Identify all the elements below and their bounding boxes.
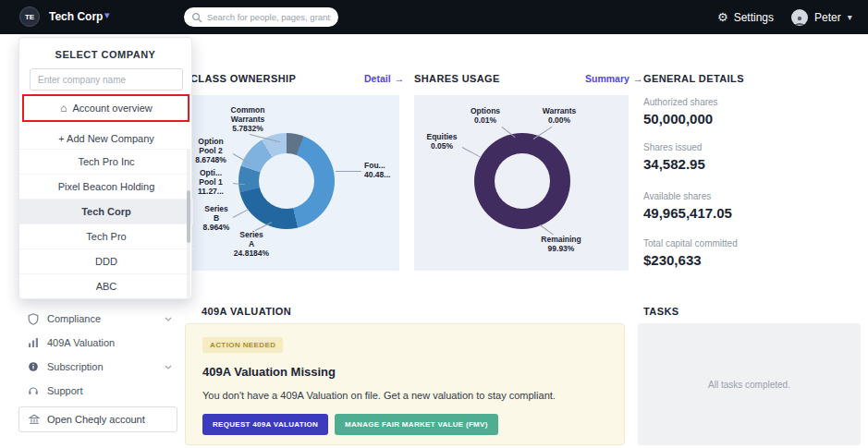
shares-issued-field: Shares issued 34,582.95 [643, 142, 861, 172]
chevron-down-icon [165, 365, 172, 369]
chart-label-option-pool-1: Opti... Pool 1 11.27... [187, 168, 235, 196]
shares-usage-title: SHARES USAGE [414, 73, 500, 84]
shares-usage-summary-link[interactable]: Summary→ [585, 73, 643, 84]
sidebar-item-label: Compliance [47, 313, 156, 324]
company-option[interactable]: ABC [19, 273, 193, 298]
shares-usage-chart: Options 0.01% Warrants 0.00% Equities 0.… [414, 95, 629, 271]
gear-icon: ⚙ [717, 10, 728, 24]
company-option[interactable]: Tech Pro Inc [19, 149, 193, 174]
tasks-section-title: TASKS [643, 306, 679, 317]
topbar: TE Tech Corp ▾ ⚙ Settings Peter ▾ [0, 0, 868, 34]
field-value: 34,582.95 [643, 156, 861, 172]
request-409a-valuation-button[interactable]: REQUEST 409A VALUATION [202, 414, 328, 435]
available-shares-field: Available shares 49,965,417.05 [643, 191, 861, 221]
chart-label-option-pool-2: Option Pool 2 8.6748% [187, 137, 235, 164]
search-bar[interactable] [184, 7, 338, 27]
open-cheqly-account-button[interactable]: Open Cheqly account [18, 406, 177, 432]
detail-link-label: Detail [364, 73, 391, 84]
company-option[interactable]: Tech Pro [19, 224, 193, 248]
account-overview-label: Account overview [73, 103, 153, 114]
class-ownership-detail-link[interactable]: Detail→ [364, 73, 405, 84]
chart-label-series-a: Series A 24.8184% [226, 230, 277, 258]
user-avatar-icon [791, 9, 808, 26]
tasks-empty-message: All tasks completed. [708, 380, 790, 390]
company-avatar[interactable]: TE [19, 6, 40, 27]
account-overview-item[interactable]: ⌂ Account overview [24, 96, 189, 120]
chart-label-warrants: Warrants 0.00% [530, 106, 589, 125]
info-circle-icon [28, 361, 39, 372]
add-new-company-item[interactable]: + Add New Company [24, 127, 189, 150]
company-switcher-label[interactable]: Tech Corp [49, 10, 103, 23]
field-label: Authorized shares [643, 97, 861, 107]
company-option[interactable]: Pixel Beacon Holding [19, 174, 193, 199]
company-name-input[interactable] [30, 68, 183, 91]
chevron-down-icon: ▾ [848, 12, 852, 22]
field-value: $230,633 [643, 252, 861, 268]
company-option-selected[interactable]: Tech Corp [19, 199, 193, 224]
bar-chart-icon [28, 337, 39, 348]
chart-label-equities: Equities 0.05% [416, 132, 468, 151]
user-menu[interactable]: Peter ▾ [791, 0, 852, 34]
app-screen: TE Tech Corp ▾ ⚙ Settings Peter ▾ [0, 0, 868, 448]
headset-icon [28, 385, 39, 396]
open-account-label: Open Cheqly account [47, 414, 145, 425]
class-ownership-title: CLASS OWNERSHIP [190, 73, 296, 84]
field-label: Available shares [643, 191, 861, 201]
valuation-section-title: 409A VALUATION [202, 306, 291, 317]
home-icon: ⌂ [60, 102, 67, 115]
chart-label-common-warrants: Common Warrants 5.7832% [218, 105, 277, 133]
shield-icon [28, 313, 39, 325]
chart-label-options: Options 0.01% [458, 106, 513, 125]
leader-line [462, 147, 481, 157]
settings-label: Settings [734, 11, 774, 24]
action-needed-badge: ACTION NEEDED [202, 337, 283, 353]
general-details-title: GENERAL DETAILS [643, 73, 744, 84]
valuation-heading: 409A Valuation Missing [202, 365, 336, 379]
shares-donut-chart [474, 133, 570, 229]
chart-label-founders: Fou... 40.48... [364, 161, 397, 179]
summary-link-label: Summary [585, 73, 630, 84]
scrollbar-thumb[interactable] [187, 190, 190, 243]
sidebar-item-label: Subscription [47, 361, 156, 372]
tasks-card: All tasks completed. [638, 323, 861, 445]
sidebar-item-support[interactable]: Support [18, 379, 177, 403]
sidebar-item-label: Support [47, 385, 177, 396]
ownership-donut-chart [238, 133, 335, 229]
valuation-body-text: You don't have a 409A Valuation on file.… [202, 390, 556, 401]
field-value: 49,965,417.05 [643, 205, 861, 221]
leader-line [540, 224, 554, 235]
field-value: 50,000,000 [643, 111, 861, 127]
class-ownership-chart: Common Warrants 5.7832% Option Pool 2 8.… [185, 95, 399, 271]
donut-hole [259, 153, 314, 209]
chevron-down-icon [165, 317, 172, 321]
settings-button[interactable]: ⚙ Settings [717, 0, 774, 34]
sidebar-item-label: 409A Valuation [47, 337, 177, 348]
sidebar-item-subscription[interactable]: Subscription [18, 355, 177, 379]
search-icon [191, 12, 202, 23]
user-name: Peter [814, 11, 841, 24]
arrow-right-icon: → [395, 73, 405, 84]
authorized-shares-field: Authorized shares 50,000,000 [643, 97, 861, 127]
donut-hole [495, 153, 550, 209]
field-label: Total capital committed [643, 238, 861, 248]
valuation-card: ACTION NEEDED 409A Valuation Missing You… [185, 323, 625, 445]
sidebar-item-compliance[interactable]: Compliance [18, 307, 177, 331]
field-label: Shares issued [643, 142, 861, 152]
chart-label-remaining: Remaining 99.93% [532, 235, 591, 253]
bank-icon [29, 414, 40, 425]
sidebar-item-409a-valuation[interactable]: 409A Valuation [18, 331, 177, 355]
chart-label-series-b: Series B 8.964% [194, 204, 238, 232]
arrow-right-icon: → [633, 73, 643, 84]
leader-line [336, 171, 361, 172]
company-option[interactable]: DDD [19, 248, 193, 273]
search-input[interactable] [207, 12, 331, 22]
valuation-buttons: REQUEST 409A VALUATION MANAGE FAIR MARKE… [202, 414, 498, 435]
select-company-dropdown: SELECT COMPANY ⌂ Account overview + Add … [18, 37, 192, 299]
total-capital-field: Total capital committed $230,633 [643, 238, 861, 268]
manage-fmv-button[interactable]: MANAGE FAIR MARKET VALUE (FMV) [335, 414, 498, 435]
chevron-down-icon[interactable]: ▾ [104, 9, 110, 21]
dropdown-title: SELECT COMPANY [19, 49, 191, 60]
